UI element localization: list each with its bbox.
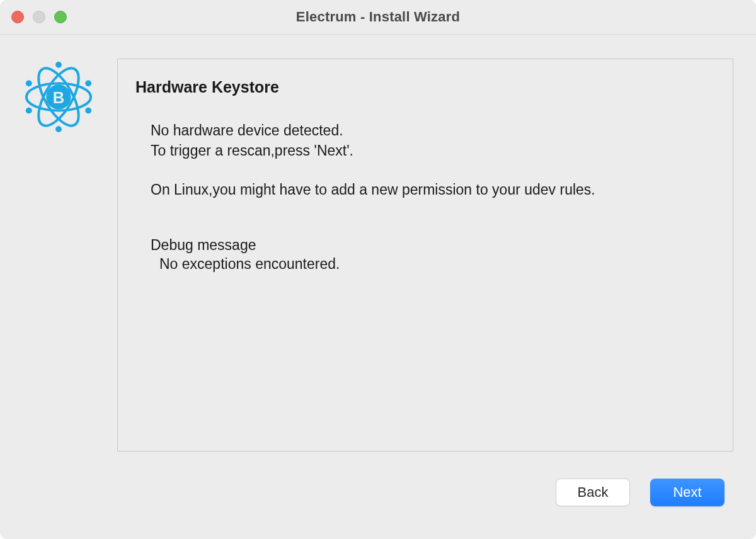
titlebar: Electrum - Install Wizard bbox=[0, 0, 756, 35]
electrum-logo-icon: B bbox=[21, 60, 96, 134]
window-body: B Hardware Keystore No hardware device d… bbox=[0, 35, 756, 539]
window: Electrum - Install Wizard bbox=[0, 0, 756, 539]
svg-text:B: B bbox=[53, 89, 64, 106]
next-button[interactable]: Next bbox=[650, 479, 724, 506]
message-line: On Linux,you might have to add a new per… bbox=[135, 179, 715, 200]
window-title: Electrum - Install Wizard bbox=[0, 9, 756, 25]
minimize-icon[interactable] bbox=[33, 11, 45, 23]
svg-point-7 bbox=[85, 108, 91, 114]
content-row: B Hardware Keystore No hardware device d… bbox=[0, 35, 756, 466]
close-icon[interactable] bbox=[11, 11, 24, 23]
button-row: Back Next bbox=[0, 466, 756, 539]
svg-point-3 bbox=[55, 62, 62, 68]
back-button[interactable]: Back bbox=[556, 479, 630, 506]
debug-text: No exceptions encountered. bbox=[135, 254, 715, 274]
svg-point-6 bbox=[26, 80, 32, 86]
maximize-icon[interactable] bbox=[54, 11, 67, 23]
main-panel: Hardware Keystore No hardware device det… bbox=[117, 59, 733, 451]
svg-point-5 bbox=[85, 80, 91, 86]
logo-column: B bbox=[18, 59, 100, 466]
panel-heading: Hardware Keystore bbox=[135, 78, 715, 96]
message-line: To trigger a rescan,press 'Next'. bbox=[135, 140, 715, 161]
svg-point-4 bbox=[55, 126, 62, 132]
traffic-lights bbox=[11, 11, 67, 23]
message-line: No hardware device detected. bbox=[135, 120, 715, 140]
debug-label: Debug message bbox=[135, 237, 715, 254]
svg-point-8 bbox=[26, 108, 32, 114]
